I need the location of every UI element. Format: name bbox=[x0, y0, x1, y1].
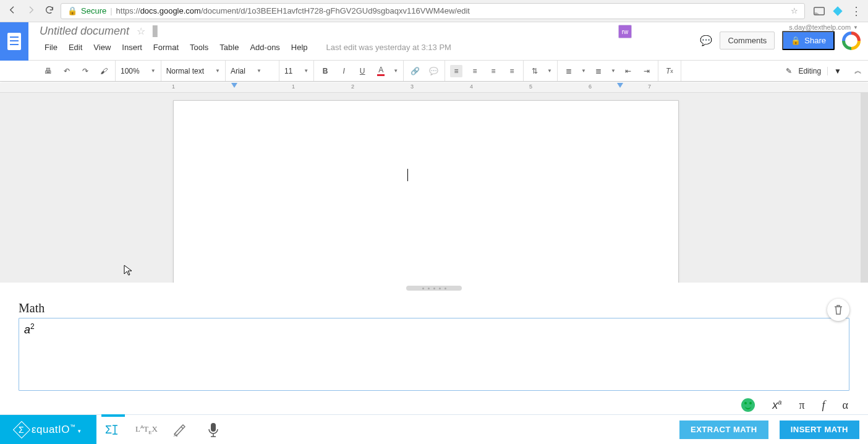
ruler-tick: 4 bbox=[470, 83, 473, 90]
latex-tab[interactable]: LATEX bbox=[130, 415, 163, 445]
zoom-dropdown[interactable]: 100%▼ bbox=[121, 67, 156, 75]
menu-edit[interactable]: Edit bbox=[64, 40, 87, 54]
equation-editor-tab[interactable]: Σ bbox=[96, 415, 130, 445]
cast-icon[interactable] bbox=[814, 6, 825, 17]
document-title[interactable]: Untitled document bbox=[40, 25, 129, 38]
document-canvas[interactable] bbox=[0, 93, 868, 283]
menu-table[interactable]: Table bbox=[215, 40, 244, 54]
right-indent-marker[interactable] bbox=[617, 83, 623, 88]
ruler-tick: 6 bbox=[589, 83, 592, 90]
horizontal-ruler[interactable]: 1 1 2 3 4 5 6 7 bbox=[0, 83, 868, 93]
print-icon[interactable]: 🖶 bbox=[42, 65, 54, 77]
share-button[interactable]: 🔒 Share bbox=[782, 31, 835, 50]
move-folder-icon[interactable]: ▋ bbox=[153, 25, 160, 37]
style-dropdown[interactable]: Normal text▼ bbox=[166, 67, 220, 75]
reload-icon[interactable] bbox=[45, 5, 54, 17]
svg-rect-0 bbox=[814, 7, 825, 15]
bookmark-star-icon[interactable]: ☆ bbox=[791, 6, 798, 15]
browser-toolbar: 🔒 Secure | https://docs.google.com/docum… bbox=[0, 0, 868, 22]
menu-view[interactable]: View bbox=[88, 40, 116, 54]
handwriting-tab[interactable]: A bbox=[163, 415, 197, 445]
star-icon[interactable]: ☆ bbox=[137, 25, 145, 37]
ruler-tick: 5 bbox=[529, 83, 532, 90]
italic-icon[interactable]: I bbox=[338, 65, 350, 77]
document-page[interactable] bbox=[173, 100, 679, 283]
align-justify-icon[interactable]: ≡ bbox=[506, 65, 518, 77]
mouse-pointer-icon bbox=[124, 265, 134, 277]
line-spacing-icon[interactable]: ⇅ bbox=[529, 65, 541, 77]
docs-logo[interactable] bbox=[0, 22, 28, 61]
ruler-tick: 1 bbox=[292, 83, 295, 90]
paint-format-icon[interactable]: 🖌 bbox=[98, 65, 110, 77]
undo-icon[interactable]: ↶ bbox=[61, 65, 73, 77]
left-indent-marker[interactable] bbox=[231, 83, 237, 88]
url-text: https://docs.google.com/document/d/1o3BE… bbox=[116, 6, 470, 15]
text-color-icon[interactable]: A bbox=[375, 65, 387, 77]
increase-indent-icon[interactable]: ⇥ bbox=[640, 65, 653, 77]
rw-extension-badge[interactable]: rw bbox=[618, 25, 632, 38]
speech-tab[interactable] bbox=[197, 415, 230, 445]
link-icon[interactable]: 🔗 bbox=[409, 65, 421, 77]
clear-formatting-icon[interactable]: Tx bbox=[663, 65, 676, 77]
symbol-superscript[interactable]: xa bbox=[772, 398, 781, 412]
symbol-function[interactable]: f bbox=[822, 399, 825, 412]
equatio-brand[interactable]: Σ εquatIO™ ▾ bbox=[0, 415, 96, 444]
insert-math-button[interactable]: INSERT MATH bbox=[780, 421, 859, 439]
math-symbol-toolbar: xa π f α bbox=[0, 395, 868, 414]
panel-resize-handle[interactable] bbox=[0, 283, 868, 294]
extract-math-button[interactable]: EXTRACT MATH bbox=[679, 421, 768, 439]
menu-insert[interactable]: Insert bbox=[117, 40, 147, 54]
menu-bar: File Edit View Insert Format Tools Table… bbox=[40, 40, 700, 54]
comment-icon[interactable]: 💬 bbox=[427, 65, 440, 77]
svg-text:Σ: Σ bbox=[105, 424, 112, 436]
equatio-logo-icon: Σ bbox=[13, 421, 30, 438]
browser-right-icons: ⋮ bbox=[811, 6, 864, 17]
font-size-dropdown[interactable]: 11▼ bbox=[284, 67, 308, 75]
menu-addons[interactable]: Add-ons bbox=[245, 40, 284, 54]
numbered-list-icon[interactable]: ≣ bbox=[563, 65, 575, 77]
redo-icon[interactable]: ↷ bbox=[79, 65, 91, 77]
lock-icon: 🔒 bbox=[791, 36, 801, 45]
decrease-indent-icon[interactable]: ⇤ bbox=[622, 65, 634, 77]
prediction-smiley-icon[interactable] bbox=[741, 398, 755, 412]
math-input[interactable]: a2 bbox=[19, 318, 849, 391]
address-bar[interactable]: 🔒 Secure | https://docs.google.com/docum… bbox=[61, 3, 805, 19]
align-right-icon[interactable]: ≡ bbox=[487, 65, 500, 77]
back-icon[interactable] bbox=[7, 5, 17, 17]
chrome-menu-icon[interactable]: ⋮ bbox=[851, 6, 862, 17]
hide-menus-icon[interactable]: ︽ bbox=[854, 66, 862, 76]
forward-icon bbox=[26, 5, 36, 17]
account-avatar[interactable] bbox=[842, 32, 861, 50]
bold-icon[interactable]: B bbox=[319, 65, 331, 77]
lock-icon: 🔒 bbox=[67, 6, 77, 15]
trash-icon bbox=[834, 305, 843, 315]
symbol-alpha[interactable]: α bbox=[843, 399, 848, 412]
secure-label: Secure bbox=[81, 6, 106, 15]
svg-rect-4 bbox=[211, 423, 216, 432]
symbol-pi[interactable]: π bbox=[799, 399, 804, 412]
ruler-tick: 1 bbox=[172, 83, 175, 90]
menu-help[interactable]: Help bbox=[286, 40, 313, 54]
chat-icon[interactable]: 💬 bbox=[700, 35, 712, 46]
comments-button[interactable]: Comments bbox=[720, 32, 775, 49]
underline-icon[interactable]: U bbox=[356, 65, 368, 77]
last-edit-status: Last edit was yesterday at 3:13 PM bbox=[321, 40, 456, 54]
math-editor-panel: Math a2 bbox=[0, 294, 868, 395]
menu-file[interactable]: File bbox=[40, 40, 62, 54]
extension-diamond-icon[interactable] bbox=[832, 6, 843, 17]
account-email[interactable]: s.day@texthelp.com▼ bbox=[789, 23, 858, 31]
ruler-tick: 2 bbox=[351, 83, 354, 90]
editing-mode-dropdown[interactable]: ✎ Editing ▼ bbox=[779, 64, 848, 79]
ruler-tick: 3 bbox=[411, 83, 414, 90]
bulleted-list-icon[interactable]: ≣ bbox=[592, 65, 605, 77]
ruler-tick: 7 bbox=[648, 83, 651, 90]
menu-format[interactable]: Format bbox=[148, 40, 184, 54]
delete-button[interactable] bbox=[827, 299, 849, 321]
equatio-toolbar: Σ εquatIO™ ▾ Σ LATEX A EXTRACT MATH INSE… bbox=[0, 414, 868, 444]
menu-tools[interactable]: Tools bbox=[185, 40, 213, 54]
browser-nav bbox=[4, 5, 54, 17]
align-left-icon[interactable]: ≡ bbox=[450, 65, 462, 77]
text-cursor bbox=[407, 169, 408, 181]
align-center-icon[interactable]: ≡ bbox=[469, 65, 481, 77]
font-dropdown[interactable]: Arial▼ bbox=[231, 67, 274, 75]
